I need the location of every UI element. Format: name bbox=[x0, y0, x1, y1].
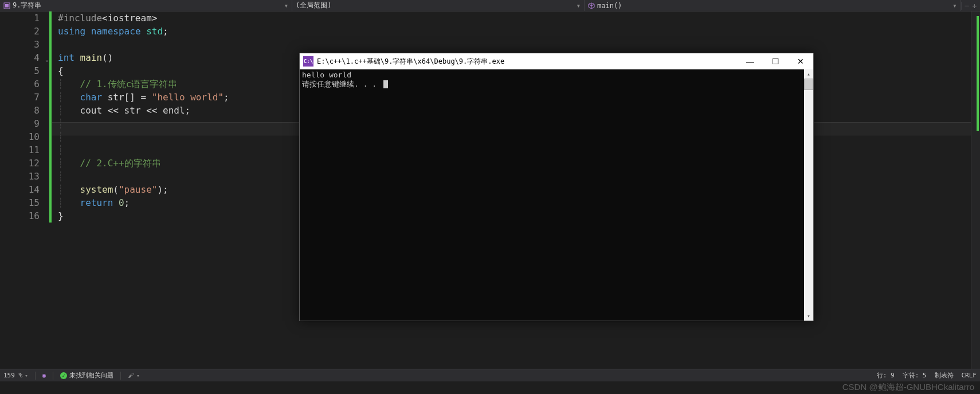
scroll-up-icon[interactable]: ▴ bbox=[804, 69, 813, 79]
line-number-gutter: 1 2 3 4 5 6 7 8 9 10 11 12 13 14 15 16 bbox=[11, 11, 49, 370]
split-window-icon[interactable]: ✛ bbox=[973, 2, 977, 10]
console-titlebar[interactable]: C:\ E:\c++\1.c++基础\9.字符串\x64\Debug\9.字符串… bbox=[300, 53, 813, 69]
line-number: 7 bbox=[11, 91, 40, 104]
chevron-down-icon: ▾ bbox=[565, 2, 581, 10]
line-number: 2 bbox=[11, 25, 40, 38]
console-title: E:\c++\1.c++基础\9.字符串\x64\Debug\9.字符串.exe bbox=[317, 57, 738, 67]
chevron-down-icon: ▾ bbox=[273, 2, 288, 10]
scroll-down-icon[interactable]: ▾ bbox=[804, 311, 813, 321]
watermark: CSDN @鲍海超-GNUBHCkalitarro bbox=[842, 382, 974, 393]
scope-label: (全局范围) bbox=[296, 1, 331, 10]
console-output[interactable]: hello world 请按任意键继续. . . ▴ ▾ bbox=[300, 69, 813, 321]
line-number: 11 bbox=[11, 143, 40, 157]
scrollbar-thumb[interactable] bbox=[804, 79, 813, 90]
line-number: 4 bbox=[11, 51, 40, 64]
line-number: 8 bbox=[11, 104, 40, 117]
fold-chevron-icon[interactable]: ⌄ bbox=[45, 53, 49, 66]
function-label: main() bbox=[597, 2, 622, 10]
check-icon: ✓ bbox=[60, 372, 67, 379]
chevron-down-icon: ▾ bbox=[25, 373, 28, 379]
line-number: 6 bbox=[11, 77, 40, 91]
console-scrollbar[interactable]: ▴ ▾ bbox=[804, 69, 813, 321]
line-number: 3 bbox=[11, 38, 40, 51]
line-number: 1 bbox=[11, 11, 40, 25]
top-right-controls: ‒ ✛ bbox=[961, 2, 980, 10]
line-number: 14 bbox=[11, 183, 40, 196]
close-button[interactable]: ✕ bbox=[788, 53, 813, 69]
line-number: 12 bbox=[11, 157, 40, 170]
cursor-line[interactable]: 行: 9 bbox=[877, 371, 895, 380]
issues-status[interactable]: ✓ 未找到相关问题 bbox=[60, 371, 113, 380]
cube-icon bbox=[588, 2, 595, 9]
line-number: 15 bbox=[11, 196, 40, 209]
overview-ruler[interactable] bbox=[971, 11, 980, 370]
line-number: 10 bbox=[11, 130, 40, 143]
indentation-mode[interactable]: 制表符 bbox=[935, 371, 954, 380]
top-context-bar: 9.字符串 ▾ (全局范围) ▾ main() ▾ ‒ ✛ bbox=[0, 0, 980, 11]
console-window: C:\ E:\c++\1.c++基础\9.字符串\x64\Debug\9.字符串… bbox=[299, 53, 814, 321]
zoom-level[interactable]: 159 % ▾ bbox=[3, 372, 28, 379]
line-number: 5 bbox=[11, 64, 40, 77]
scope-dropdown[interactable]: (全局范围) ▾ bbox=[292, 0, 585, 11]
file-dropdown[interactable]: 9.字符串 ▾ bbox=[0, 0, 292, 11]
console-line: 请按任意键继续. . . bbox=[302, 80, 381, 88]
minimize-button[interactable]: — bbox=[738, 53, 763, 69]
line-number: 16 bbox=[11, 209, 40, 223]
chevron-down-icon: ▾ bbox=[941, 2, 957, 10]
console-cursor bbox=[383, 80, 388, 88]
svg-rect-1 bbox=[5, 4, 9, 7]
split-minus-icon[interactable]: ‒ bbox=[965, 2, 969, 10]
console-line: hello world bbox=[302, 71, 351, 79]
brush-tool[interactable]: 🖌 ▾ bbox=[128, 372, 139, 379]
line-number: 13 bbox=[11, 170, 40, 183]
line-number: 9 bbox=[11, 117, 40, 130]
file-tab-label: 9.字符串 bbox=[13, 1, 41, 10]
function-dropdown[interactable]: main() ▾ bbox=[585, 0, 961, 11]
cpp-file-icon bbox=[3, 2, 10, 9]
status-bar: 159 % ▾ ◉ ✓ 未找到相关问题 🖌 ▾ 行: 9 字符: 5 制表符 C… bbox=[0, 369, 980, 381]
maximize-button[interactable]: ☐ bbox=[763, 53, 788, 69]
console-app-icon: C:\ bbox=[303, 56, 313, 67]
cursor-char[interactable]: 字符: 5 bbox=[903, 371, 927, 380]
breakpoint-margin[interactable] bbox=[0, 11, 11, 370]
eol-mode[interactable]: CRLF bbox=[962, 371, 977, 380]
feedback-icon[interactable]: ◉ bbox=[42, 372, 46, 379]
